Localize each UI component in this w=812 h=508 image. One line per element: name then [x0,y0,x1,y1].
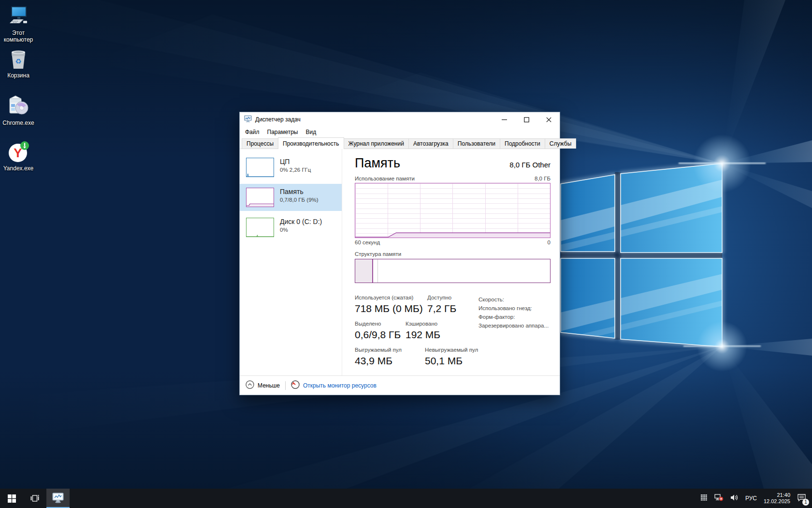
action-center-button[interactable]: 1 [797,493,806,504]
sidebar-item-title: Диск 0 (C: D:) [280,218,322,226]
recycle-bin-icon: ♻ [7,47,30,71]
menu-file[interactable]: Файл [241,128,263,136]
stat-label-cached: Кэшировано [406,321,440,327]
cpu-mini-graph [246,158,274,177]
sidebar-item-title: Память [280,188,319,196]
desktop-icon-recycle-bin[interactable]: ♻ Корзина [0,47,37,79]
menu-bar: Файл Параметры Вид [240,127,560,137]
task-view-icon [30,494,40,503]
windows-logo-icon [8,494,16,503]
sidebar-item-memory[interactable]: Память 0,7/8,0 ГБ (9%) [240,184,342,211]
start-button[interactable] [0,489,23,508]
maximize-button[interactable] [515,112,537,127]
stat-label-paged-pool: Выгружаемый пул [355,347,425,353]
notification-badge: 1 [802,499,809,506]
detail-form-factor: Форм-фактор: [478,313,549,321]
tab-startup[interactable]: Автозагрузка [408,138,453,149]
composition-in-use-segment [355,259,373,283]
memory-mini-graph [246,188,274,207]
desktop-icon-this-pc[interactable]: Этот компьютер [0,5,37,43]
sidebar-item-subtitle: 0% 2,26 ГГц [280,167,311,173]
chevron-up-circle-icon [246,380,254,390]
disk-mini-graph [246,218,274,237]
composition-divider [377,259,378,283]
task-manager-window: Диспетчер задач Файл Параметры Вид Проце… [239,112,560,395]
stat-value-cached: 192 МБ [406,329,440,341]
clock-date: 12.02.2025 [764,498,790,505]
installer-disc-icon [7,95,30,118]
performance-sidebar: ЦП 0% 2,26 ГГц Память 0,7/8,0 ГБ (9%) [240,149,342,375]
stat-value-available: 7,2 ГБ [427,303,456,314]
desktop-icon-label: Корзина [0,72,37,79]
task-manager-app-icon [244,115,252,124]
stat-label-in-use: Используется (сжатая) [355,295,427,300]
this-pc-icon [7,5,30,28]
memory-composition-bar [355,259,551,283]
taskbar: РУС 21:40 12.02.2025 1 [0,489,812,508]
desktop-icon-label: Этот компьютер [0,30,37,43]
open-resource-monitor-link[interactable]: Открыть монитор ресурсов [291,380,377,390]
footer-divider [285,381,286,390]
sidebar-item-subtitle: 0% [280,227,322,233]
menu-view[interactable]: Вид [302,128,320,136]
resource-monitor-icon [291,380,300,390]
touch-keyboard-icon[interactable] [700,494,708,503]
tab-details[interactable]: Подробности [500,138,545,149]
detail-slots-used: Использовано гнезд: [478,304,549,313]
tab-performance[interactable]: Производительность [278,137,344,149]
stat-value-non-paged-pool: 50,1 МБ [425,355,478,367]
close-button[interactable] [537,112,560,127]
svg-text:♻: ♻ [15,57,21,66]
footer-bar: Меньше Открыть монитор ресурсов [240,375,560,395]
panel-title: Память [355,156,400,171]
task-manager-taskbar-icon [52,492,64,504]
usage-graph-max: 8,0 ГБ [535,176,551,181]
taskbar-app-task-manager[interactable] [46,489,70,508]
fewer-details-label: Меньше [258,382,280,389]
volume-icon[interactable] [730,494,739,503]
fewer-details-button[interactable]: Меньше [246,380,280,390]
tab-app-history[interactable]: Журнал приложений [344,138,409,149]
language-indicator[interactable]: РУС [745,495,757,502]
title-bar[interactable]: Диспетчер задач [240,112,560,127]
graph-axis-right: 0 [548,239,551,245]
taskbar-clock[interactable]: 21:40 12.02.2025 [764,492,790,505]
task-view-button[interactable] [23,489,46,508]
sidebar-item-disk0[interactable]: Диск 0 (C: D:) 0% [240,214,342,241]
clock-time: 21:40 [764,492,790,498]
menu-options[interactable]: Параметры [263,128,302,136]
tab-processes[interactable]: Процессы [242,138,278,149]
sidebar-item-cpu[interactable]: ЦП 0% 2,26 ГГц [240,154,342,181]
detail-speed: Скорость: [478,295,549,304]
stat-label-non-paged-pool: Невыгружаемый пул [425,347,478,353]
memory-stats: Используется (сжатая) 718 МБ (0 МБ) Дост… [355,295,478,373]
sidebar-item-title: ЦП [280,158,311,166]
usage-graph-label: Использование памяти [355,176,415,181]
network-disconnected-icon[interactable] [714,493,724,503]
desktop-icon-label: Chrome.exe [0,120,37,126]
memory-composition-label: Структура памяти [355,251,551,257]
stat-label-available: Доступно [427,295,456,300]
svg-text:Y: Y [14,146,22,160]
graph-axis-left: 60 секунд [355,239,380,245]
system-tray: РУС 21:40 12.02.2025 1 [695,489,812,508]
desktop-icon-chrome-installer[interactable]: Chrome.exe [0,95,37,126]
stat-value-committed: 0,6/9,8 ГБ [355,329,406,341]
stat-label-committed: Выделено [355,321,406,327]
window-title: Диспетчер задач [255,116,301,123]
minimize-button[interactable] [493,112,515,127]
desktop-icon-label: Yandex.exe [0,165,37,172]
tab-users[interactable]: Пользователи [453,138,500,149]
yandex-icon: Y [7,140,30,164]
resource-monitor-label: Открыть монитор ресурсов [303,382,377,389]
desktop-icon-yandex-installer[interactable]: Y Yandex.exe [0,140,37,172]
memory-details: Скорость: Использовано гнезд: Форм-факто… [478,295,549,373]
detail-hardware-reserved: Зарезервировано аппара... [478,321,549,330]
tab-strip: Процессы Производительность Журнал прило… [240,137,560,149]
stat-value-in-use: 718 МБ (0 МБ) [355,303,427,314]
sidebar-item-subtitle: 0,7/8,0 ГБ (9%) [280,197,319,203]
memory-panel: Память 8,0 ГБ Other Использование памяти… [342,149,560,375]
tab-services[interactable]: Службы [545,138,576,149]
stat-value-paged-pool: 43,9 МБ [355,355,425,367]
memory-usage-graph [355,183,551,238]
